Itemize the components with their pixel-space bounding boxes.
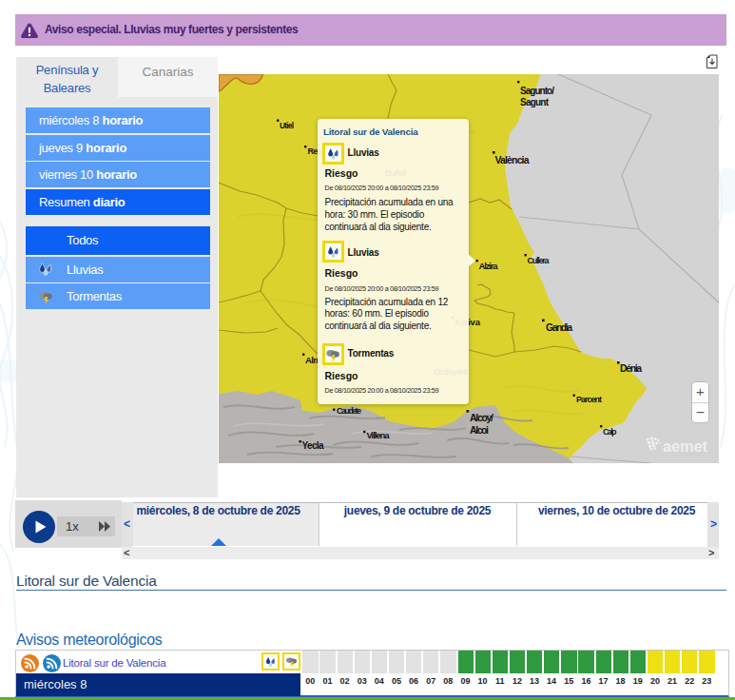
svg-text:Utiel: Utiel bbox=[280, 121, 294, 130]
svg-text:Alcoy/: Alcoy/ bbox=[470, 412, 493, 423]
svg-text:València: València bbox=[495, 154, 530, 165]
svg-text:Sagunto/: Sagunto/ bbox=[520, 86, 554, 96]
svg-text:Caudete: Caudete bbox=[337, 406, 361, 416]
svg-text:Parcent: Parcent bbox=[576, 395, 602, 404]
svg-text:Calp: Calp bbox=[603, 427, 617, 437]
svg-text:Cullera: Cullera bbox=[528, 256, 551, 265]
svg-text:Dénia: Dénia bbox=[620, 362, 642, 374]
svg-text:Alcoi: Alcoi bbox=[470, 424, 489, 436]
svg-text:Sagunt: Sagunt bbox=[520, 97, 550, 107]
svg-text:Gandia: Gandia bbox=[546, 321, 572, 333]
svg-text:Alzira: Alzira bbox=[479, 261, 499, 271]
svg-text:Villena: Villena bbox=[367, 430, 391, 440]
svg-text:Yecla: Yecla bbox=[302, 440, 324, 451]
svg-text:aemet: aemet bbox=[663, 438, 707, 455]
